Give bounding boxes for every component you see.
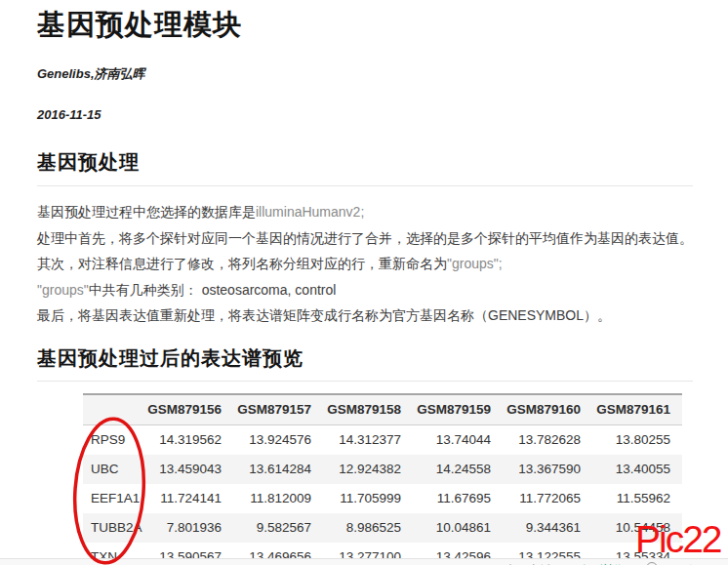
browser-status-bar: 今日直播 跨屏浏览 ➤	[0, 558, 728, 565]
para-line-3: 其次，对注释信息进行了修改，将列名称分组对应的行，重新命名为"groups";	[37, 251, 693, 277]
column-header: GSM879157	[233, 394, 323, 425]
preprocess-description: 基因预处理过程中您选择的数据库是illuminaHumanv2; 处理中首先，将…	[37, 199, 693, 329]
groups-token-2: "groups"	[37, 282, 89, 298]
expression-value: 9.344361	[503, 513, 592, 543]
expression-value: 13.74044	[413, 424, 503, 455]
para-line-2: 处理中首先，将多个探针对应同一个基因的情况进行了合并，选择的是多个探针的平均值作…	[37, 225, 693, 252]
gene-name: TUBB2A	[83, 513, 143, 543]
expression-value: 13.782628	[503, 424, 592, 455]
table-row: TUBB2A 7.801936 9.582567 8.986525 10.048…	[83, 513, 682, 543]
expression-value: 9.582567	[233, 513, 323, 543]
report-page: 基因预处理模块 Genelibs,济南弘晖 2016-11-15 基因预处理 基…	[0, 0, 728, 565]
para-line-1: 基因预处理过程中您选择的数据库是illuminaHumanv2;	[37, 199, 693, 225]
column-header: GSM879161	[592, 394, 682, 425]
groups-token: "groups";	[447, 256, 503, 271]
expression-value: 13.367590	[503, 455, 592, 484]
expression-value: 13.40055	[592, 455, 682, 484]
expression-value: 11.772065	[503, 484, 592, 513]
expression-value: 14.319562	[143, 424, 233, 455]
table-row: RPS9 14.319562 13.924576 14.312377 13.74…	[83, 424, 682, 455]
expression-value: 13.80255	[592, 424, 682, 455]
expression-value: 11.724141	[143, 484, 233, 513]
expression-value: 11.55962	[592, 484, 682, 513]
author-line: Genelibs,济南弘晖	[37, 65, 693, 83]
para-line-1-text: 基因预处理过程中您选择的数据库是	[37, 204, 256, 220]
para-line-4: "groups"中共有几种类别： osteosarcoma, control	[37, 277, 693, 303]
gene-name: EEF1A1	[83, 484, 143, 513]
watermark-label: Pic22	[635, 518, 721, 561]
expression-table: GSM879156 GSM879157 GSM879158 GSM879159 …	[83, 393, 682, 565]
para-line-3-text: 其次，对注释信息进行了修改，将列名称分组对应的行，重新命名为	[37, 256, 447, 271]
table-header-row: GSM879156 GSM879157 GSM879158 GSM879159 …	[83, 394, 682, 425]
expression-value: 14.312377	[323, 424, 413, 455]
expression-value: 11.705999	[323, 484, 413, 513]
page-title: 基因预处理模块	[37, 8, 693, 41]
expression-value: 11.67695	[413, 484, 503, 513]
expression-value: 12.924382	[323, 455, 413, 484]
expression-value: 8.986525	[323, 513, 413, 543]
expression-value: 11.812009	[233, 484, 323, 513]
para-line-5: 最后，将基因表达值重新处理，将表达谱矩阵变成行名称为官方基因名称（GENESYM…	[37, 303, 693, 329]
section-heading-preview: 基因预处理过后的表达谱预览	[37, 344, 693, 382]
expression-value: 7.801936	[143, 513, 233, 543]
gene-name: RPS9	[83, 424, 143, 455]
expression-value: 13.614284	[233, 455, 323, 484]
expression-value: 14.24558	[413, 455, 503, 484]
column-header: GSM879156	[143, 394, 233, 425]
column-header: GSM879160	[503, 394, 592, 425]
expression-value: 10.04861	[413, 513, 503, 543]
corner-header	[83, 394, 143, 425]
para-line-4-text: 中共有几种类别： osteosarcoma, control	[89, 282, 337, 298]
date-line: 2016-11-15	[37, 107, 693, 122]
column-header: GSM879158	[323, 394, 413, 425]
table-row: EEF1A1 11.724141 11.812009 11.705999 11.…	[83, 484, 682, 513]
database-name: illuminaHumanv2;	[256, 204, 364, 220]
gene-name: UBC	[83, 455, 143, 484]
column-header: GSM879159	[413, 394, 503, 425]
table-row: UBC 13.459043 13.614284 12.924382 14.245…	[83, 455, 682, 484]
section-heading-preprocess: 基因预处理	[37, 148, 693, 186]
expression-value: 13.924576	[233, 424, 323, 455]
expression-value: 13.459043	[143, 455, 233, 484]
